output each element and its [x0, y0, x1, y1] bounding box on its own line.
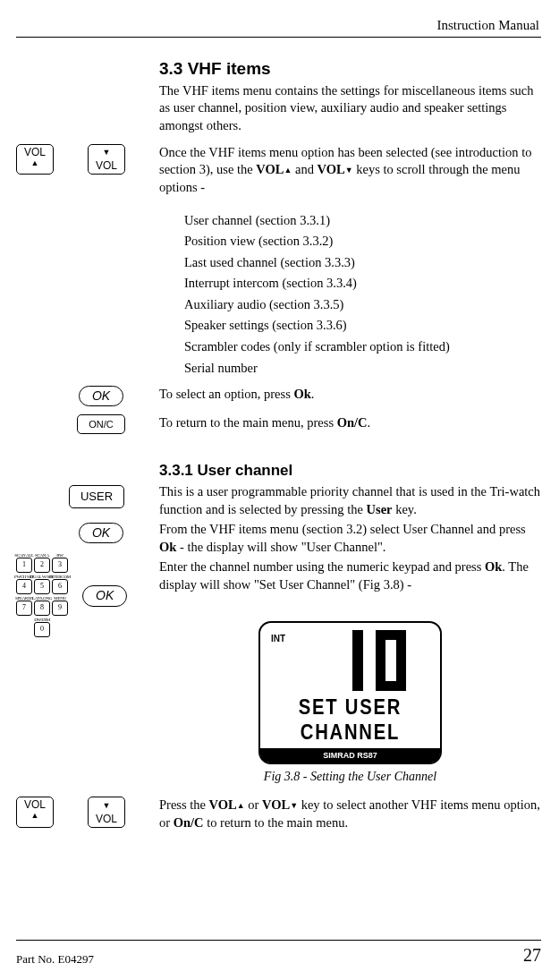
display-line2: CHANNEL	[277, 721, 423, 743]
triangle-down-icon-inline: ▼	[345, 165, 353, 175]
keypad-key: 0	[34, 622, 50, 637]
section-heading-3-3-1: 3.3.1 User channel	[159, 461, 541, 481]
display-digits	[329, 628, 411, 693]
keypad-key: 6	[52, 579, 68, 594]
triangle-down-icon-inline: ▼	[290, 800, 298, 811]
section-heading-3-3: 3.3 VHF items	[159, 57, 541, 81]
keypad-key: 8	[34, 601, 50, 616]
vol-up-button: VOL ▲	[16, 144, 54, 175]
p-user-channel-desc: This is a user programmable priority cha…	[159, 483, 541, 518]
section-3-3-intro: The VHF items menu contains the settings…	[159, 82, 541, 135]
numeric-keypad: SCAN ALL1 SCAN A2 BW3 PWCH SET4 DUAL W/S…	[16, 553, 68, 639]
list-item: User channel (section 3.3.1)	[184, 212, 541, 230]
p-select-user-channel: From the VHF items menu (section 3.2) se…	[159, 521, 541, 556]
return-instruction: To return to the main menu, press On/C.	[159, 414, 541, 432]
vol-up-label: VOL	[24, 146, 46, 158]
page-footer: Part No. E04297 27	[16, 940, 541, 967]
p-enter-channel: Enter the channel number using the numer…	[159, 558, 541, 593]
digit-0-icon	[371, 628, 411, 693]
triangle-up-icon-inline: ▲	[237, 800, 245, 811]
header-title: Instruction Manual	[436, 18, 539, 32]
list-item: Last used channel (section 3.3.3)	[184, 254, 541, 272]
display-brand: SIMRAD RS87	[260, 748, 440, 763]
list-item: Scrambler codes (only if scrambler optio…	[184, 338, 541, 356]
svg-rect-0	[352, 630, 363, 691]
display-line1: SET USER	[277, 696, 423, 718]
ok-button-2: OK	[79, 523, 123, 543]
ok-button: OK	[79, 386, 123, 406]
triangle-up-icon: ▲	[31, 159, 39, 168]
list-item: Position view (section 3.3.2)	[184, 233, 541, 251]
vol-down-button: ▼ VOL	[88, 144, 125, 175]
lcd-display: INT SET USER CHANNEL SIMRAD RS87	[258, 621, 442, 764]
part-number: Part No. E04297	[16, 951, 94, 967]
keypad-key: 7	[16, 601, 32, 616]
figure-caption: Fig 3.8 - Setting the User Channel	[159, 769, 541, 786]
p-press-vol-select: Press the VOL ▲ or VOL ▼ key to select a…	[159, 797, 541, 831]
vol-up-button-2: VOL ▲	[16, 797, 54, 827]
keypad-key: 1	[16, 558, 32, 573]
list-item: Serial number	[184, 360, 541, 378]
keypad-key: 9	[52, 601, 68, 616]
list-item: Auxiliary audio (section 3.3.5)	[184, 296, 541, 314]
scroll-instruction: Once the VHF items menu option has been …	[159, 144, 541, 197]
list-item: Interrupt intercom (section 3.3.4)	[184, 275, 541, 293]
user-button: USER	[69, 485, 124, 508]
keypad-key: 4	[16, 579, 32, 594]
vhf-items-list: User channel (section 3.3.1) Position vi…	[159, 212, 541, 378]
display-int-label: INT	[271, 633, 285, 645]
vol-down-label: VOL	[96, 159, 117, 172]
triangle-down-icon: ▼	[103, 802, 111, 811]
keypad-key: 5	[34, 579, 50, 594]
digit-1-icon	[329, 628, 368, 693]
page-header: Instruction Manual	[16, 16, 541, 38]
keypad-key: 2	[34, 558, 50, 573]
vol-down-button-2: ▼ VOL	[88, 797, 125, 827]
keypad-key: 3	[52, 558, 68, 573]
svg-rect-2	[385, 640, 396, 681]
page-number: 27	[523, 943, 541, 967]
triangle-up-icon: ▲	[31, 812, 39, 821]
list-item: Speaker settings (section 3.3.6)	[184, 317, 541, 335]
triangle-up-icon-inline: ▲	[284, 165, 292, 175]
select-instruction: To select an option, press Ok.	[159, 386, 541, 404]
onc-button: ON/C	[77, 414, 125, 434]
triangle-down-icon: ▼	[103, 149, 111, 158]
ok-button-3: OK	[82, 585, 127, 606]
